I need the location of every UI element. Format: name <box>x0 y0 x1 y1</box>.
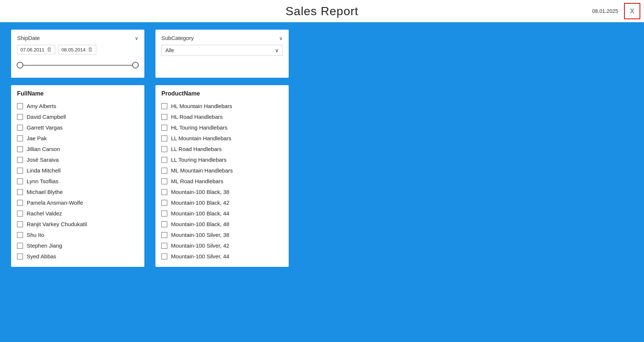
checkbox[interactable] <box>17 243 23 249</box>
list-item[interactable]: Pamela Ansman-Wolfe <box>17 197 138 208</box>
checkbox[interactable] <box>17 157 23 163</box>
page-title: Sales Report <box>286 4 359 18</box>
list-item[interactable]: HL Touring Handlebars <box>161 122 283 133</box>
list-item[interactable]: Garrett Vargas <box>17 122 138 133</box>
checkbox[interactable] <box>17 221 23 227</box>
shipdate-label: ShipDate <box>17 35 40 41</box>
date-inputs: 07.06.2011 🗓 08.05.2014 🗓 <box>17 45 138 54</box>
close-button[interactable]: X <box>624 3 640 19</box>
list-item[interactable]: Rachel Valdez <box>17 208 138 219</box>
list-item[interactable]: David Campbell <box>17 111 138 122</box>
list-item[interactable]: Linda Mitchell <box>17 165 138 176</box>
list-item-label: Amy Alberts <box>27 103 56 109</box>
list-item[interactable]: Mountain-100 Black, 48 <box>161 219 283 229</box>
list-item[interactable]: José Saraiva <box>17 154 138 165</box>
checkbox[interactable] <box>161 178 167 184</box>
slider-thumb-left[interactable] <box>17 62 23 68</box>
checkbox[interactable] <box>161 157 167 163</box>
list-item[interactable]: Stephen Jiang <box>17 240 138 251</box>
subcategory-selected-value: Alle <box>165 47 174 53</box>
main-content: ShipDate ∨ 07.06.2011 🗓 08.05.2014 🗓 <box>0 22 644 274</box>
checkbox[interactable] <box>17 146 23 152</box>
list-item-label: Mountain-100 Black, 42 <box>171 200 229 206</box>
list-item-label: HL Road Handlebars <box>171 114 223 120</box>
checkbox[interactable] <box>161 135 167 141</box>
checkbox[interactable] <box>17 254 23 259</box>
list-item[interactable]: LL Road Handlebars <box>161 144 283 154</box>
checkbox[interactable] <box>17 200 23 206</box>
shipdate-card: ShipDate ∨ 07.06.2011 🗓 08.05.2014 🗓 <box>11 30 144 78</box>
date-range-slider[interactable] <box>20 60 135 71</box>
list-item[interactable]: Jillian Carson <box>17 144 138 154</box>
subcategory-chevron-icon[interactable]: ∨ <box>279 35 283 41</box>
checkbox[interactable] <box>17 178 23 184</box>
subcategory-card: SubCategory ∨ Alle ∨ <box>155 30 289 78</box>
date-to-value: 08.05.2014 <box>61 47 85 53</box>
list-item-label: Mountain-100 Silver, 38 <box>171 232 229 238</box>
list-item-label: Lynn Tsoflias <box>27 178 58 184</box>
list-item[interactable]: Mountain-100 Black, 38 <box>161 187 283 197</box>
list-item[interactable]: HL Road Handlebars <box>161 111 283 122</box>
list-item[interactable]: LL Touring Handlebars <box>161 154 283 165</box>
checkbox[interactable] <box>17 168 23 174</box>
list-item[interactable]: Ranjit Varkey Chudukatil <box>17 219 138 229</box>
list-item[interactable]: Mountain-100 Silver, 44 <box>161 251 283 262</box>
slider-track <box>20 65 135 66</box>
list-item-label: Rachel Valdez <box>27 210 62 217</box>
list-item-label: Ranjit Varkey Chudukatil <box>27 221 87 227</box>
slider-thumb-right[interactable] <box>132 62 139 68</box>
productname-list-header: ProductName <box>155 90 289 101</box>
list-item[interactable]: LL Mountain Handlebars <box>161 133 283 144</box>
list-item-label: Mountain-100 Silver, 44 <box>171 253 229 259</box>
checkbox[interactable] <box>17 211 23 217</box>
checkbox[interactable] <box>161 114 167 120</box>
list-item[interactable]: Syed Abbas <box>17 251 138 262</box>
list-item[interactable]: Jae Pak <box>17 133 138 144</box>
checkbox[interactable] <box>161 103 167 109</box>
checkbox[interactable] <box>17 114 23 120</box>
shipdate-card-header: ShipDate ∨ <box>17 35 138 41</box>
list-item[interactable]: Lynn Tsoflias <box>17 176 138 187</box>
checkbox[interactable] <box>161 243 167 249</box>
checkbox[interactable] <box>17 135 23 141</box>
checkbox[interactable] <box>161 189 167 195</box>
checkbox[interactable] <box>17 125 23 131</box>
list-item[interactable]: Shu Ito <box>17 229 138 240</box>
checkbox[interactable] <box>161 221 167 227</box>
checkbox[interactable] <box>17 103 23 109</box>
list-item[interactable]: ML Mountain Handlebars <box>161 165 283 176</box>
list-item-label: Jillian Carson <box>27 146 60 152</box>
checkbox[interactable] <box>17 232 23 238</box>
list-item-label: Linda Mitchell <box>27 167 61 174</box>
list-item[interactable]: HL Mountain Handlebars <box>161 101 283 111</box>
checkbox[interactable] <box>161 168 167 174</box>
date-from-input[interactable]: 07.06.2011 🗓 <box>17 45 55 54</box>
list-item[interactable]: Mountain-100 Black, 42 <box>161 197 283 208</box>
date-to-input[interactable]: 08.05.2014 🗓 <box>58 45 96 54</box>
checkbox[interactable] <box>161 232 167 238</box>
list-item[interactable]: Amy Alberts <box>17 101 138 111</box>
checkbox[interactable] <box>161 254 167 259</box>
checkbox[interactable] <box>161 200 167 206</box>
productname-list-body: HL Mountain HandlebarsHL Road Handlebars… <box>155 101 289 267</box>
list-item-label: Garrett Vargas <box>27 124 63 131</box>
list-item-label: Mountain-100 Black, 38 <box>171 189 229 195</box>
shipdate-chevron-icon[interactable]: ∨ <box>135 35 138 41</box>
list-item-label: LL Mountain Handlebars <box>171 135 231 141</box>
list-item[interactable]: Michael Blythe <box>17 187 138 197</box>
list-item[interactable]: ML Road Handlebars <box>161 176 283 187</box>
list-item[interactable]: Mountain-100 Black, 44 <box>161 208 283 219</box>
checkbox[interactable] <box>161 125 167 131</box>
checkbox[interactable] <box>17 189 23 195</box>
calendar-from-icon[interactable]: 🗓 <box>47 47 52 53</box>
list-item[interactable]: Mountain-100 Silver, 38 <box>161 229 283 240</box>
list-item-label: HL Mountain Handlebars <box>171 103 232 109</box>
calendar-to-icon[interactable]: 🗓 <box>88 47 93 53</box>
productname-list-card: ProductName HL Mountain HandlebarsHL Roa… <box>155 85 289 267</box>
checkbox[interactable] <box>161 211 167 217</box>
list-item-label: Mountain-100 Black, 48 <box>171 221 229 227</box>
list-item[interactable]: Mountain-100 Silver, 42 <box>161 240 283 251</box>
subcategory-dropdown[interactable]: Alle ∨ <box>161 45 283 56</box>
checkbox[interactable] <box>161 146 167 152</box>
list-item-label: LL Touring Handlebars <box>171 157 227 163</box>
